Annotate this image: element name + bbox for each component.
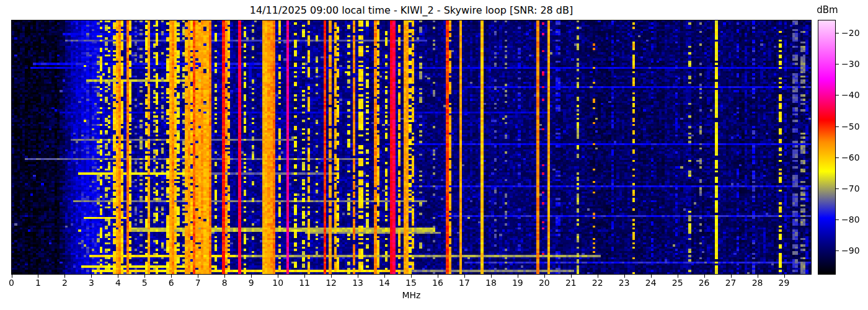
colorbar-tick-mark	[836, 219, 839, 220]
x-tick-label: 15	[399, 278, 423, 288]
x-tick-mark	[704, 275, 705, 278]
x-tick-mark	[278, 275, 278, 278]
x-tick-label: 12	[319, 278, 343, 288]
colorbar-label: dBm	[810, 4, 844, 16]
x-tick-label: 19	[505, 278, 530, 288]
x-tick-mark	[784, 275, 785, 278]
colorbar-tick-mark	[836, 250, 839, 251]
x-tick-mark	[171, 275, 172, 278]
colorbar-tick-mark	[836, 188, 839, 189]
x-tick-label: 23	[612, 278, 637, 288]
x-tick-label: 28	[745, 278, 770, 288]
x-tick-label: 11	[292, 278, 317, 288]
x-tick-mark	[38, 275, 38, 278]
x-tick-mark	[12, 275, 12, 278]
x-tick-mark	[464, 275, 465, 278]
x-tick-label: 2	[52, 278, 77, 288]
colorbar-tick-mark	[836, 33, 839, 33]
x-tick-label: 7	[185, 278, 210, 288]
spectrogram-canvas	[12, 20, 811, 274]
x-tick-label: 16	[425, 278, 450, 288]
x-tick-mark	[571, 275, 572, 278]
colorbar-tick-label: −50	[841, 122, 860, 131]
x-tick-label: 8	[212, 278, 237, 288]
x-tick-label: 27	[719, 278, 743, 288]
colorbar-tick-label: −80	[841, 215, 860, 224]
x-tick-label: 3	[79, 278, 104, 288]
x-tick-mark	[331, 275, 332, 278]
x-tick-mark	[144, 275, 145, 278]
x-tick-mark	[651, 275, 652, 278]
spectrogram-plot-area	[11, 20, 812, 275]
x-tick-label: 9	[239, 278, 264, 288]
x-tick-mark	[64, 275, 65, 278]
colorbar-tick-mark	[836, 157, 839, 158]
x-tick-label: 14	[372, 278, 397, 288]
x-tick-mark	[91, 275, 92, 278]
x-tick-mark	[598, 275, 598, 278]
x-tick-mark	[731, 275, 732, 278]
x-tick-label: 5	[132, 278, 157, 288]
colorbar	[818, 20, 836, 275]
x-tick-label: 1	[25, 278, 50, 288]
colorbar-tick-label: −70	[841, 184, 860, 193]
x-tick-label: 17	[452, 278, 477, 288]
x-tick-mark	[251, 275, 252, 278]
plot-title: 14/11/2025 09:00 local time - KIWI_2 - S…	[11, 4, 812, 17]
x-tick-mark	[624, 275, 625, 278]
x-tick-mark	[678, 275, 678, 278]
colorbar-tick-label: −30	[841, 59, 860, 69]
colorbar-tick-label: −60	[841, 153, 860, 162]
colorbar-tick-mark	[836, 126, 839, 127]
colorbar-tick-label: −90	[841, 246, 860, 255]
x-tick-label: 26	[692, 278, 717, 288]
x-tick-label: 18	[479, 278, 503, 288]
x-tick-label: 25	[665, 278, 690, 288]
x-tick-label: 22	[585, 278, 610, 288]
x-tick-mark	[384, 275, 385, 278]
x-tick-label: 13	[345, 278, 370, 288]
x-tick-mark	[304, 275, 305, 278]
colorbar-tick-label: −20	[841, 28, 860, 38]
x-tick-mark	[758, 275, 758, 278]
colorbar-tick-label: −40	[841, 90, 860, 100]
x-tick-label: 20	[532, 278, 557, 288]
waterfall-figure: 14/11/2025 09:00 local time - KIWI_2 - S…	[0, 0, 868, 310]
x-tick-label: 6	[159, 278, 184, 288]
colorbar-tick-mark	[836, 64, 839, 64]
colorbar-tick-mark	[836, 95, 839, 95]
x-tick-mark	[544, 275, 545, 278]
x-tick-label: 4	[105, 278, 130, 288]
x-tick-mark	[198, 275, 198, 278]
x-tick-mark	[224, 275, 225, 278]
x-axis-label: MHz	[11, 290, 812, 300]
x-tick-mark	[438, 275, 438, 278]
x-tick-label: 24	[639, 278, 663, 288]
x-tick-label: 29	[772, 278, 797, 288]
x-tick-mark	[358, 275, 358, 278]
colorbar-gradient	[818, 20, 835, 274]
x-tick-mark	[491, 275, 492, 278]
x-tick-label: 0	[0, 278, 24, 288]
x-tick-label: 21	[559, 278, 583, 288]
x-tick-mark	[411, 275, 412, 278]
x-tick-label: 10	[265, 278, 290, 288]
x-tick-mark	[118, 275, 118, 278]
x-tick-mark	[518, 275, 518, 278]
